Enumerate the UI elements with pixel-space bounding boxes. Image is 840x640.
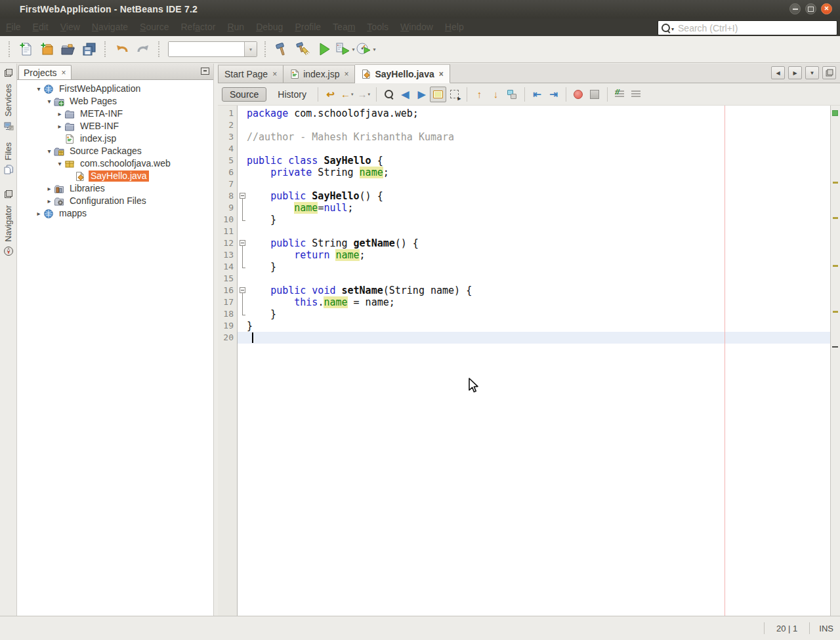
- maximize-editor-button[interactable]: [822, 66, 836, 79]
- collapse-arrow-icon[interactable]: ▾: [45, 98, 54, 105]
- occurrence-mark[interactable]: [833, 265, 838, 267]
- menu-edit[interactable]: Edit: [27, 18, 54, 36]
- menu-profile[interactable]: Profile: [289, 18, 327, 36]
- code-line-6[interactable]: private String name;: [247, 167, 831, 178]
- code-line-8[interactable]: public SayHello() {: [247, 190, 831, 202]
- next-occurrence-button[interactable]: ▶: [413, 87, 430, 102]
- line-number-gutter[interactable]: 1234567891011121314151617181920: [218, 106, 238, 616]
- menu-window[interactable]: Window: [394, 18, 439, 36]
- occurrence-mark[interactable]: [833, 182, 838, 184]
- window-minimize-button[interactable]: [789, 3, 801, 14]
- chevron-down-icon[interactable]: ▾: [671, 26, 674, 32]
- redo-button[interactable]: [133, 39, 154, 60]
- projects-tab[interactable]: Projects ×: [18, 65, 72, 79]
- chevron-down-icon[interactable]: ▾: [368, 92, 370, 97]
- menu-help[interactable]: Help: [439, 18, 470, 36]
- expand-arrow-icon[interactable]: ▸: [45, 197, 54, 205]
- next-bookmark-button[interactable]: ↓: [488, 87, 504, 102]
- chevron-down-icon[interactable]: ▾: [352, 47, 354, 52]
- editor-tab-start-page[interactable]: Start Page×: [218, 65, 284, 83]
- editor-tab-sayhello-java[interactable]: SayHello.java×: [355, 64, 450, 83]
- tree-node-configuration-files[interactable]: ▸Configuration Files: [17, 195, 213, 207]
- navigator-icon[interactable]: [3, 246, 14, 259]
- menu-tools[interactable]: Tools: [361, 18, 394, 36]
- configuration-combo-input[interactable]: [169, 42, 244, 56]
- sidebar-tab-navigator[interactable]: Navigator: [3, 205, 13, 242]
- code-line-17[interactable]: this.name = name;: [247, 296, 831, 308]
- fold-collapse-icon[interactable]: [240, 193, 245, 199]
- close-icon[interactable]: ×: [62, 69, 66, 77]
- scroll-left-button[interactable]: ◀: [771, 66, 785, 79]
- code-line-5[interactable]: public class SayHello {: [247, 155, 831, 167]
- close-icon[interactable]: ×: [439, 70, 444, 78]
- error-stripe[interactable]: [830, 106, 840, 616]
- menu-debug[interactable]: Debug: [250, 18, 289, 36]
- last-edit-location-button[interactable]: ↩: [322, 87, 339, 102]
- previous-occurrence-button[interactable]: ◀: [397, 87, 413, 102]
- sidebar-tab-files[interactable]: Files: [3, 142, 13, 160]
- history-view-button[interactable]: History: [270, 88, 314, 101]
- code-fold-column[interactable]: [238, 106, 247, 616]
- shift-line-right-button[interactable]: ⇥: [545, 87, 562, 102]
- code-line-3[interactable]: //author - Mahesh Krishantha Kumara: [247, 131, 831, 143]
- code-text[interactable]: package com.schoolofjava.web;//author - …: [247, 108, 831, 344]
- quick-search-box[interactable]: ▾: [658, 20, 837, 35]
- collapse-arrow-icon[interactable]: ▾: [45, 148, 54, 155]
- code-line-7[interactable]: [247, 178, 831, 190]
- collapse-arrow-icon[interactable]: ▾: [55, 160, 64, 167]
- search-input[interactable]: [675, 23, 837, 33]
- collapse-arrow-icon[interactable]: ▾: [34, 85, 43, 92]
- tree-node-libraries[interactable]: ▸Libraries: [17, 182, 213, 195]
- editor-tab-index-jsp[interactable]: index.jsp×: [284, 65, 355, 83]
- code-line-10[interactable]: }: [247, 214, 831, 226]
- debug-project-button[interactable]: ▾: [335, 39, 356, 60]
- tree-node-mapps[interactable]: ▸mapps: [17, 207, 213, 220]
- tree-node-com-schoolofjava-web[interactable]: ▾com.schoolofjava.web: [17, 157, 213, 170]
- uncomment-button[interactable]: [628, 87, 644, 102]
- services-icon[interactable]: [3, 121, 14, 134]
- toggle-bookmark-button[interactable]: [504, 87, 520, 102]
- tree-node-sayhello-java[interactable]: SayHello.java: [17, 170, 213, 182]
- menu-file[interactable]: File: [0, 18, 27, 36]
- code-line-9[interactable]: name=null;: [247, 202, 831, 214]
- menu-refactor[interactable]: Refactor: [175, 18, 221, 36]
- code-line-14[interactable]: }: [247, 261, 831, 273]
- minimize-panel-icon[interactable]: [201, 68, 209, 75]
- menu-source[interactable]: Source: [134, 18, 175, 36]
- comment-button[interactable]: //: [612, 87, 628, 102]
- close-icon[interactable]: ×: [272, 70, 277, 78]
- open-project-button[interactable]: [58, 39, 79, 60]
- profile-project-button[interactable]: ▾: [356, 39, 377, 60]
- find-selection-button[interactable]: [381, 87, 397, 102]
- run-project-button[interactable]: [314, 39, 335, 60]
- code-line-4[interactable]: [247, 143, 831, 155]
- shift-line-left-button[interactable]: ⇤: [529, 87, 545, 102]
- tab-list-button[interactable]: ▼: [805, 66, 819, 79]
- chevron-down-icon[interactable]: ▾: [351, 92, 354, 97]
- code-line-11[interactable]: [247, 226, 831, 237]
- sidebar-tab-services[interactable]: Services: [3, 84, 13, 117]
- chevron-down-icon[interactable]: ▾: [244, 42, 257, 56]
- code-line-19[interactable]: }: [247, 320, 831, 332]
- expand-arrow-icon[interactable]: ▸: [45, 185, 54, 192]
- source-view-button[interactable]: Source: [222, 87, 266, 102]
- new-file-button[interactable]: [16, 39, 37, 60]
- clean-and-build-project-button[interactable]: [293, 39, 314, 60]
- code-line-2[interactable]: [247, 119, 831, 131]
- window-maximize-button[interactable]: [805, 3, 816, 14]
- code-line-16[interactable]: public void setName(String name) {: [247, 285, 831, 296]
- start-macro-recording-button[interactable]: [570, 87, 587, 102]
- back-button[interactable]: ←▾: [339, 87, 356, 102]
- menu-view[interactable]: View: [54, 18, 86, 36]
- save-all-button[interactable]: [79, 39, 100, 60]
- tree-node-index-jsp[interactable]: index.jsp: [17, 132, 213, 145]
- expand-arrow-icon[interactable]: ▸: [55, 110, 64, 117]
- code-line-13[interactable]: return name;: [247, 249, 831, 261]
- code-line-12[interactable]: public String getName() {: [247, 237, 831, 249]
- code-editor[interactable]: 1234567891011121314151617181920 package …: [218, 106, 840, 616]
- fold-collapse-icon[interactable]: [240, 287, 245, 293]
- tree-node-web-inf[interactable]: ▸WEB-INF: [17, 120, 213, 132]
- window-close-button[interactable]: ✕: [821, 3, 832, 14]
- code-line-1[interactable]: package com.schoolofjava.web;: [247, 108, 831, 119]
- code-line-20[interactable]: [247, 332, 831, 344]
